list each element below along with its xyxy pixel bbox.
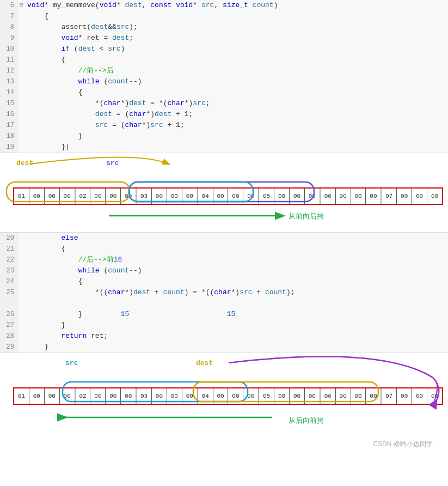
mem-cell-10: 00 [167, 189, 182, 204]
line-num-27: 27 [0, 320, 17, 331]
mem-bot-cell-3: 00 [60, 388, 76, 404]
line-num-7: 7 [0, 11, 17, 22]
diagram-bottom: src dest 从后向前拷 01 00 00 00 02 00 [0, 353, 448, 438]
code-line-28: 28 return ret; [0, 331, 448, 342]
line-num-18: 18 [0, 131, 17, 142]
code-top: 6 ⊟ void* my_memmove(void* dest, const v… [0, 0, 448, 153]
mem-cell-16: 05 [259, 189, 274, 204]
code-content-12: //前-->后 [25, 65, 448, 76]
collapse-btn-13 [17, 76, 25, 87]
mem-cell-18: 00 [290, 189, 305, 204]
collapse-btn-16 [17, 109, 25, 120]
code-content-18: } [25, 131, 448, 142]
collapse-btn-10 [17, 44, 25, 54]
code-content-27: } [25, 320, 448, 331]
line-num-13: 13 [0, 76, 17, 87]
mem-bot-cell-11: 00 [182, 388, 198, 404]
code-line-26: 26 } 15 15 [0, 309, 448, 320]
code-content-29: } [25, 342, 448, 353]
code-content-7: { [25, 11, 448, 22]
svg-text:src: src [65, 359, 78, 367]
mem-bot-cell-20: 06 [321, 388, 336, 404]
code-content-19: }| [25, 142, 448, 153]
code-line-7: 7 { [0, 11, 448, 22]
line-num-14: 14 [0, 87, 17, 98]
code-line-15: 15 *(char*)dest = *(char*)src; [0, 98, 448, 109]
svg-text:从前向后拷: 从前向后拷 [289, 212, 324, 220]
code-line-21: 21 { [0, 244, 448, 254]
line-num-10: 10 [0, 44, 17, 54]
code-content-16: dest = (char*)dest + 1; [25, 109, 448, 120]
collapse-btn-11 [17, 54, 25, 65]
mem-bot-cell-7: 00 [121, 388, 137, 404]
mem-bot-cell-4: 02 [76, 388, 91, 404]
code-content-9: void* ret = dest; [25, 33, 448, 44]
mem-bot-cell-27: 00 [427, 388, 442, 404]
code-content-13: while (count--) [25, 76, 448, 87]
collapse-btn-19 [17, 142, 25, 153]
code-line-10: 10 if (dest < src) [0, 44, 448, 54]
line-num-29: 29 [0, 342, 17, 353]
collapse-btn-20 [17, 233, 25, 244]
mem-bot-cell-18: 00 [290, 388, 305, 404]
code-line-9: 9 void* ret = dest; [0, 33, 448, 44]
code-content-28: return ret; [25, 331, 448, 342]
mem-bar-bottom: 01 00 00 00 02 00 00 00 03 00 00 00 04 0… [13, 387, 443, 405]
collapse-btn-29 [17, 342, 25, 353]
code-content-6: void* my_memmove(void* dest, const void*… [25, 0, 448, 11]
code-line-27: 27 } [0, 320, 448, 331]
line-num-25: 25 [0, 287, 17, 309]
line-num-24: 24 [0, 276, 17, 287]
code-line-22: 22 //后-->前16 [0, 254, 448, 265]
code-line-24: 24 { [0, 276, 448, 287]
code-line-13: 13 while (count--) [0, 76, 448, 87]
mem-cell-3: 00 [60, 189, 76, 204]
code-content-26: } 15 15 [25, 309, 448, 320]
mem-bot-cell-22: 00 [351, 388, 366, 404]
code-line-11: 11 { [0, 54, 448, 65]
code-content-20: else [25, 233, 448, 244]
code-line-6: 6 ⊟ void* my_memmove(void* dest, const v… [0, 0, 448, 11]
line-num-28: 28 [0, 331, 17, 342]
code-line-20: 20 else [0, 233, 448, 244]
mem-cell-13: 00 [213, 189, 229, 204]
mem-cell-12: 04 [198, 189, 213, 204]
mem-cell-4: 02 [76, 189, 91, 204]
code-content-11: { [25, 54, 448, 65]
mem-cell-5: 00 [90, 189, 106, 204]
code-content-8: assert(dest&&src); [25, 22, 448, 33]
mem-bot-cell-5: 00 [90, 388, 106, 404]
mem-bot-cell-9: 00 [152, 388, 167, 404]
mem-bar-top: 01 00 00 00 02 00 00 00 03 00 00 00 04 0… [13, 187, 443, 205]
collapse-btn-27 [17, 320, 25, 331]
collapse-btn-23 [17, 265, 25, 276]
code-line-14: 14 { [0, 87, 448, 98]
code-line-19: 19 }| [0, 142, 448, 153]
line-num-22: 22 [0, 254, 17, 265]
mem-bot-cell-0: 01 [14, 388, 29, 404]
collapse-btn-22 [17, 254, 25, 265]
mem-cell-7: 00 [121, 189, 137, 204]
code-content-15: *(char*)dest = *(char*)src; [25, 98, 448, 109]
mem-bot-cell-13: 00 [213, 388, 229, 404]
collapse-btn-6[interactable]: ⊟ [17, 0, 25, 11]
mem-cell-21: 00 [336, 189, 351, 204]
mem-cell-9: 00 [152, 189, 167, 204]
mem-cell-8: 03 [137, 189, 152, 204]
mem-cell-22: 00 [351, 189, 366, 204]
code-line-17: 17 src = (char*)src + 1; [0, 120, 448, 131]
code-line-25: 25 *((char*)dest + count) = *((char*)src… [0, 287, 448, 309]
line-num-16: 16 [0, 109, 17, 120]
mem-bot-cell-24: 07 [382, 388, 397, 404]
line-num-23: 23 [0, 265, 17, 276]
mem-bot-cell-1: 00 [29, 388, 45, 404]
code-content-23: while (count--) [25, 265, 448, 276]
code-content-25: *((char*)dest + count) = *((char*)src + … [25, 287, 448, 309]
code-line-18: 18 } [0, 131, 448, 142]
code-line-29: 29 } [0, 342, 448, 353]
collapse-btn-18 [17, 131, 25, 142]
mem-bot-cell-19: 00 [305, 388, 321, 404]
collapse-btn-17 [17, 120, 25, 131]
mem-cell-15: 00 [243, 189, 259, 204]
mem-cell-14: 00 [228, 189, 243, 204]
